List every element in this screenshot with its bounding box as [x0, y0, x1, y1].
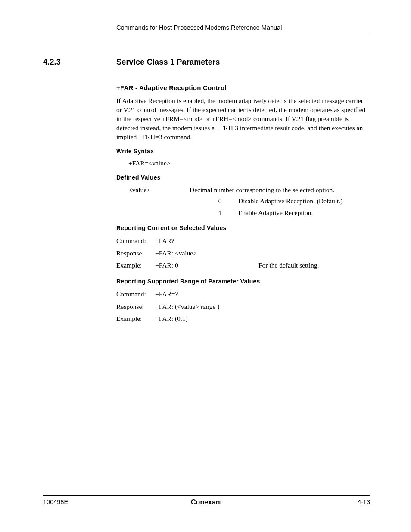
defined-values-option-text: Disable Adaptive Reception. (Default.) [238, 196, 370, 207]
subsection-paragraph: If Adaptive Reception is enabled, the mo… [116, 96, 370, 142]
write-syntax-heading: Write Syntax [116, 148, 370, 155]
cmd-note [258, 301, 370, 313]
cmd-note [258, 247, 370, 260]
defined-values-desc: Decimal number corresponding to the sele… [190, 184, 370, 196]
reporting-range-row: Response: +FAR: (<value> range ) [116, 301, 370, 313]
cmd-label: Example: [116, 313, 155, 325]
cmd-label: Example: [116, 259, 155, 272]
section-title: Service Class 1 Parameters [116, 58, 220, 67]
cmd-label: Response: [116, 247, 155, 260]
reporting-current-row: Response: +FAR: <value> [116, 247, 370, 260]
footer-page-number: 4-13 [358, 498, 370, 505]
cmd-note [258, 288, 370, 301]
defined-values-option-text: Enable Adaptive Reception. [238, 207, 370, 218]
cmd-note [258, 313, 370, 325]
running-header: Commands for Host-Processed Modems Refer… [43, 24, 370, 34]
cmd-note: For the default setting. [258, 259, 370, 272]
reporting-current-heading: Reporting Current or Selected Values [116, 224, 370, 231]
footer-doc-id: 100498E [43, 498, 68, 505]
reporting-range-row: Command: +FAR=? [116, 288, 370, 301]
cmd-label: Response: [116, 301, 155, 313]
defined-values-heading: Defined Values [116, 174, 370, 181]
cmd-value: +FAR: (<value> range ) [155, 301, 258, 313]
section-number: 4.2.3 [43, 58, 116, 67]
reporting-range-row: Example: +FAR: (0,1) [116, 313, 370, 325]
reporting-range-heading: Reporting Supported Range of Parameter V… [116, 278, 370, 285]
defined-values-option-num: 0 [202, 196, 238, 207]
cmd-label: Command: [116, 235, 155, 247]
defined-values-option-num: 1 [202, 207, 238, 218]
cmd-value: +FAR: 0 [155, 259, 258, 272]
subsection-heading-far: +FAR - Adaptive Reception Control [116, 84, 370, 91]
cmd-note [258, 235, 370, 247]
page-footer: 100498E Conexant 4-13 [43, 495, 370, 505]
defined-values-option-row: 1 Enable Adaptive Reception. [116, 207, 370, 218]
reporting-current-row: Example: +FAR: 0 For the default setting… [116, 259, 370, 272]
defined-values-label: <value> [116, 184, 190, 196]
cmd-label: Command: [116, 288, 155, 301]
write-syntax-value: +FAR=<value> [116, 158, 370, 168]
defined-values-option-row: 0 Disable Adaptive Reception. (Default.) [116, 196, 370, 207]
cmd-value: +FAR: (0,1) [155, 313, 258, 325]
reporting-current-row: Command: +FAR? [116, 235, 370, 247]
cmd-value: +FAR? [155, 235, 258, 247]
cmd-value: +FAR: <value> [155, 247, 258, 260]
cmd-value: +FAR=? [155, 288, 258, 301]
footer-brand: Conexant [43, 498, 370, 506]
